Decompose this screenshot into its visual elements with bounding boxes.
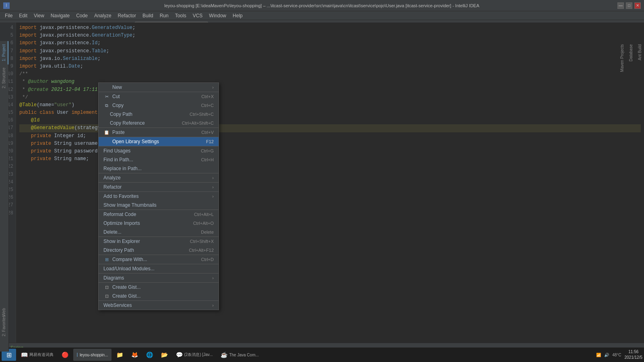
cm-replace-in-path[interactable]: Replace in Path...: [99, 164, 219, 173]
cm-show-image-thumbnails[interactable]: Show Image Thumbnails: [99, 201, 219, 210]
cm-load-unload-label: Load/Unload Modules...: [103, 266, 155, 272]
explorer-icon: 📁: [116, 352, 123, 358]
taskbar-java-com[interactable]: ☕ The Java Com...: [217, 349, 262, 361]
folder-icon: 📂: [161, 352, 168, 358]
menu-run[interactable]: Run: [157, 12, 172, 19]
cm-find-in-path-label: Find in Path...: [103, 157, 133, 162]
menu-edit[interactable]: Edit: [16, 12, 31, 19]
show-in-explorer-shortcut: Ctrl+Shift+X: [190, 239, 214, 244]
diagrams-arrow: ›: [212, 276, 214, 280]
structure-vertical-tab[interactable]: 2: Structure: [0, 64, 8, 92]
optimize-shortcut: Ctrl+Alt+O: [193, 221, 214, 226]
cm-open-library-settings-label: Open Library Settings: [112, 139, 159, 144]
time-display[interactable]: 11:56 2021/12/5: [625, 349, 643, 360]
maximize-button[interactable]: □: [626, 2, 632, 9]
cm-find-usages[interactable]: Find Usages Ctrl+G: [99, 146, 219, 155]
cm-create-gist-2-label: Create Gist...: [112, 293, 141, 299]
cm-show-in-explorer[interactable]: Show in Explorer Ctrl+Shift+X: [99, 237, 219, 246]
cm-paste[interactable]: 📋 Paste Ctrl+V: [99, 128, 219, 137]
taskbar-folder[interactable]: 📂: [158, 349, 171, 361]
cm-new[interactable]: New ›: [99, 83, 219, 92]
gist-icon-2: ⊡: [103, 294, 110, 299]
analyze-arrow: ›: [212, 175, 214, 180]
cm-add-to-favorites[interactable]: Add to Favorites ›: [99, 192, 219, 201]
cm-copy-path-label: Copy Path: [110, 111, 132, 117]
menu-vcs[interactable]: VCS: [190, 12, 206, 19]
title-bar: I leyou-shopping [E:\ideaMavenPo\leyou-s…: [0, 0, 644, 11]
cut-shortcut: Ctrl+X: [201, 94, 214, 99]
menu-bar: File Edit View Navigate Code Analyze Ref…: [0, 11, 644, 20]
project-vertical-tab[interactable]: 1: Project: [0, 41, 8, 64]
tray-network-icon[interactable]: 📶: [596, 353, 601, 357]
menu-view[interactable]: View: [31, 12, 47, 19]
gist-icon-1: ⊡: [103, 285, 110, 290]
taskbar: ⊞ 📖 网易有道词典 🔴 I leyou-shoppin... 📁 🦊 🌐 📂 …: [0, 348, 644, 362]
taskbar-right: 📶 🔊 48°C 11:56 2021/12/5: [596, 349, 642, 360]
cm-refactor[interactable]: Refactor ›: [99, 183, 219, 192]
cm-load-unload-modules[interactable]: Load/Unload Modules...: [99, 264, 219, 274]
cm-copy[interactable]: ⧉ Copy Ctrl+C: [99, 101, 219, 110]
cm-copy-path[interactable]: Copy Path Ctrl+Shift+C: [99, 110, 219, 119]
favorites-vertical-tab[interactable]: 2: Favorites: [0, 312, 8, 339]
find-usages-shortcut: Ctrl+G: [201, 148, 214, 153]
cm-optimize-imports[interactable]: Optimize Imports Ctrl+Alt+O: [99, 219, 219, 228]
cm-delete[interactable]: Delete... Delete: [99, 228, 219, 237]
cm-diagrams[interactable]: Diagrams ›: [99, 274, 219, 283]
taskbar-2tiao[interactable]: 💬 (2条消息) [Jav...: [173, 349, 216, 361]
cm-webservices[interactable]: WebServices ›: [99, 301, 219, 310]
menu-build[interactable]: Build: [139, 12, 157, 19]
taskbar-explorer[interactable]: 📁: [113, 349, 126, 361]
cm-directory-path[interactable]: Directory Path Ctrl+Alt+F12: [99, 246, 219, 255]
taskbar-intellij[interactable]: I leyou-shoppin...: [73, 349, 111, 361]
unknown-icon: 🔴: [62, 352, 68, 358]
maven-label[interactable]: Maven Projects: [618, 43, 626, 74]
open-library-shortcut: F12: [206, 139, 214, 144]
taskbar-unknown[interactable]: 🔴: [58, 349, 72, 361]
cm-new-label: New: [112, 84, 122, 90]
taskbar-firefox[interactable]: 🦊: [128, 349, 141, 361]
code-editor[interactable]: 4567891011121314151617181920212223242526…: [0, 41, 644, 337]
menu-tools[interactable]: Tools: [172, 12, 190, 19]
cm-open-library-settings[interactable]: Open Library Settings F12: [99, 137, 219, 146]
minimize-button[interactable]: —: [617, 2, 624, 9]
database-label[interactable]: Database: [627, 43, 635, 63]
java-com-icon: ☕: [221, 352, 227, 358]
cm-delete-label: Delete...: [103, 229, 122, 235]
paste-shortcut: Ctrl+V: [201, 130, 214, 135]
cm-webservices-label: WebServices: [103, 302, 132, 308]
menu-code[interactable]: Code: [73, 12, 91, 19]
copy-path-shortcut: Ctrl+Shift+C: [190, 112, 214, 117]
ant-label[interactable]: Ant Build: [636, 43, 644, 62]
taskbar-browser[interactable]: 🌐: [143, 349, 156, 361]
cm-compare-with[interactable]: ⊞ Compare With... Ctrl+D: [99, 255, 219, 264]
cm-reformat-code[interactable]: Reformat Code Ctrl+Alt+L: [99, 210, 219, 219]
date: 2021/12/5: [625, 355, 643, 360]
cm-create-gist-2[interactable]: ⊡ Create Gist...: [99, 292, 219, 301]
cm-copy-reference-label: Copy Reference: [110, 120, 145, 126]
tray-volume-icon[interactable]: 🔊: [604, 353, 609, 357]
app-icon: I: [3, 2, 10, 9]
menu-help[interactable]: Help: [229, 12, 246, 19]
menu-refactor[interactable]: Refactor: [115, 12, 139, 19]
cm-copy-reference[interactable]: Copy Reference Ctrl+Alt+Shift+C: [99, 119, 219, 128]
cm-find-in-path[interactable]: Find in Path... Ctrl+H: [99, 155, 219, 164]
taskbar-youdao[interactable]: 📖 网易有道词典: [18, 349, 57, 361]
favorites-arrow: ›: [212, 194, 214, 199]
webservices-arrow: ›: [212, 303, 214, 308]
cm-cut[interactable]: ✂ Cut Ctrl+X: [99, 92, 219, 101]
cm-diagrams-label: Diagrams: [103, 275, 124, 281]
menu-navigate[interactable]: Navigate: [47, 12, 73, 19]
cm-optimize-imports-label: Optimize Imports: [103, 220, 140, 226]
menu-analyze[interactable]: Analyze: [91, 12, 115, 19]
youdao-label: 网易有道词典: [29, 352, 54, 358]
cm-show-in-explorer-label: Show in Explorer: [103, 239, 140, 244]
cm-show-thumbnails-label: Show Image Thumbnails: [103, 202, 157, 208]
cm-analyze[interactable]: Analyze ›: [99, 173, 219, 183]
close-button[interactable]: ✕: [634, 2, 641, 9]
menu-file[interactable]: File: [2, 12, 16, 19]
find-in-path-shortcut: Ctrl+H: [201, 157, 214, 162]
cm-refactor-label: Refactor: [103, 184, 122, 190]
cm-create-gist-1[interactable]: ⊡ Create Gist...: [99, 283, 219, 292]
menu-window[interactable]: Window: [206, 12, 229, 19]
cm-create-gist-1-label: Create Gist...: [112, 284, 141, 290]
